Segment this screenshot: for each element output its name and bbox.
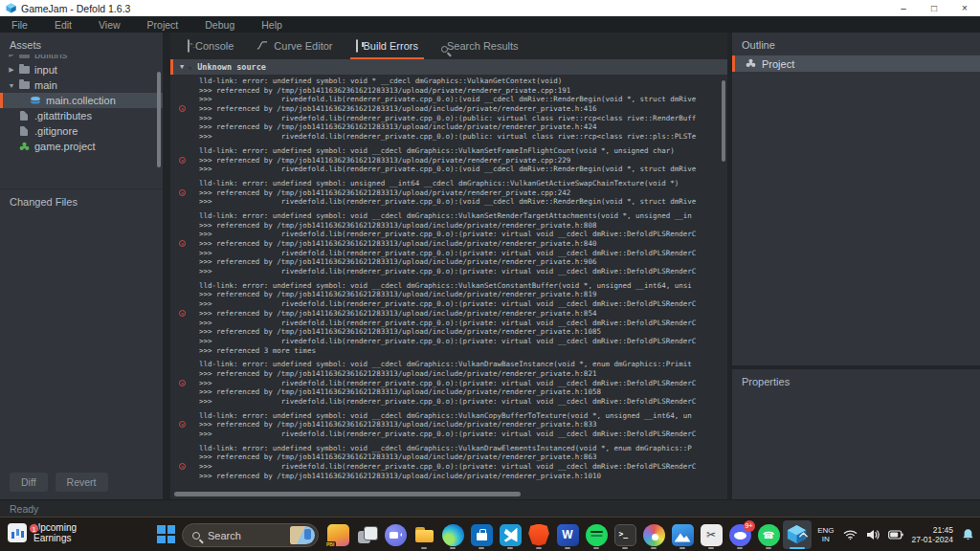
volume-icon[interactable] bbox=[866, 529, 880, 540]
taskbar-widgets-button[interactable]: 1 Upcoming Earnings bbox=[8, 522, 77, 543]
notification-bell-icon[interactable] bbox=[962, 528, 974, 541]
taskbar-icon-spotify[interactable] bbox=[582, 520, 611, 549]
error-line[interactable]: >>> rivedefold.lib(renderer_private.cpp_… bbox=[170, 397, 727, 407]
taskbar-icon-vscode[interactable] bbox=[496, 520, 524, 549]
wifi-icon[interactable] bbox=[843, 529, 858, 540]
tab-search-results[interactable]: Search Results bbox=[432, 33, 528, 59]
battery-icon[interactable] bbox=[888, 530, 903, 540]
error-line-text: >>> referenced by /tmp/job14116362361621… bbox=[199, 452, 596, 461]
error-line[interactable]: >>> rivedefold.lib(renderer_private.cpp_… bbox=[170, 197, 727, 207]
taskbar-icon-paint[interactable] bbox=[639, 520, 668, 549]
assets-scrollbar[interactable] bbox=[157, 72, 161, 167]
revert-button[interactable]: Revert bbox=[56, 473, 108, 492]
error-line[interactable]: >>> rivedefold.lib(renderer_private.cpp_… bbox=[170, 299, 727, 309]
error-line[interactable]: >>> referenced by /tmp/job14116362361621… bbox=[170, 387, 727, 397]
tree-item-main-collection[interactable]: main.collection bbox=[0, 93, 163, 108]
collapse-triangle-icon[interactable]: ▼ bbox=[180, 63, 184, 71]
error-line[interactable]: lld-link: error: undefined symbol: void … bbox=[170, 444, 727, 453]
error-line[interactable]: ×>>> referenced by /tmp/job1411636236162… bbox=[170, 188, 727, 198]
error-line[interactable]: >>> referenced by /tmp/job14116362361621… bbox=[170, 472, 727, 481]
taskbar-icon-discord[interactable]: 9+ bbox=[725, 520, 754, 549]
error-line[interactable]: >>> referenced by /tmp/job14116362361621… bbox=[170, 327, 727, 337]
error-line[interactable]: >>> referenced by /tmp/job14116362361621… bbox=[170, 369, 727, 379]
restore-button[interactable]: □ bbox=[919, 0, 949, 16]
taskbar-icon-word[interactable] bbox=[553, 520, 582, 549]
error-line[interactable]: >>> rivedefold.lib(renderer_private.cpp_… bbox=[170, 230, 727, 239]
errors-horizontal-scrollbar[interactable] bbox=[174, 492, 521, 496]
taskbar-icon-task-view[interactable] bbox=[352, 520, 381, 549]
error-line[interactable]: lld-link: error: undefined symbol: void … bbox=[170, 211, 727, 221]
search-daily-image[interactable] bbox=[290, 526, 315, 544]
taskbar-icon-photos[interactable] bbox=[668, 520, 697, 549]
close-button[interactable]: × bbox=[949, 0, 980, 16]
error-line[interactable]: ×>>> referenced by /tmp/job1411636236162… bbox=[170, 104, 727, 114]
error-line[interactable]: lld-link: error: undefined symbol: void … bbox=[170, 146, 727, 156]
minimize-button[interactable]: – bbox=[888, 0, 919, 16]
tab-curve-editor[interactable]: Curve Editor bbox=[247, 33, 342, 59]
taskbar-icon-microsoft-store[interactable] bbox=[467, 520, 496, 549]
error-line[interactable]: >>> rivedefold.lib(renderer_private.cpp_… bbox=[170, 319, 727, 328]
error-line[interactable]: ×>>> rivedefold.lib(renderer_private.cpp… bbox=[170, 462, 727, 472]
tree-item-builtins[interactable]: ▶builtins bbox=[0, 55, 163, 62]
taskbar-icon-file-explorer[interactable] bbox=[410, 520, 438, 549]
error-line[interactable]: >>> referenced by /tmp/job14116362361621… bbox=[170, 221, 727, 231]
tree-item-main[interactable]: ▼main bbox=[0, 77, 163, 93]
error-line[interactable]: >>> rivedefold.lib(renderer_private.cpp_… bbox=[170, 430, 727, 439]
error-line[interactable]: lld-link: error: undefined symbol: void … bbox=[170, 360, 727, 369]
outline-item-project[interactable]: Project bbox=[732, 55, 980, 72]
menu-item-edit[interactable]: Edit bbox=[55, 19, 72, 31]
menu-item-help[interactable]: Help bbox=[261, 19, 282, 31]
taskbar-icon-whatsapp[interactable] bbox=[754, 520, 783, 549]
error-line[interactable]: >>> rivedefold.lib(renderer_private.cpp_… bbox=[170, 165, 727, 174]
error-line[interactable]: >>> rivedefold.lib(renderer_private.cpp_… bbox=[170, 267, 727, 276]
taskbar-icon-edge[interactable] bbox=[438, 520, 467, 549]
menu-item-file[interactable]: File bbox=[11, 19, 28, 31]
error-line[interactable]: >>> referenced 3 more times bbox=[170, 346, 727, 356]
expander-collapsed-icon[interactable]: ▶ bbox=[6, 66, 17, 74]
error-line[interactable]: >>> referenced by /tmp/job14116362361621… bbox=[170, 122, 727, 132]
start-button[interactable] bbox=[157, 525, 175, 543]
tree-item-input[interactable]: ▶input bbox=[0, 62, 163, 77]
tab-build-errors[interactable]: Build Errors bbox=[346, 33, 428, 59]
error-line[interactable]: >>> referenced by /tmp/job14116362361621… bbox=[170, 290, 727, 299]
error-line[interactable]: ×>>> referenced by /tmp/job1411636236162… bbox=[170, 156, 727, 165]
expander-collapsed-icon[interactable]: ▶ bbox=[6, 55, 17, 58]
error-line[interactable]: >>> rivedefold.lib(renderer_private.cpp_… bbox=[170, 249, 727, 258]
error-line[interactable]: >>> rivedefold.lib(renderer_private.cpp_… bbox=[170, 337, 727, 346]
taskbar-icon-brave[interactable] bbox=[524, 520, 553, 549]
expander-expanded-icon[interactable]: ▼ bbox=[6, 82, 17, 89]
error-line[interactable]: >>> referenced by /tmp/job14116362361621… bbox=[170, 257, 727, 267]
taskbar-icon-terminal[interactable] bbox=[611, 520, 639, 549]
error-line[interactable]: lld-link: error: undefined symbol: void … bbox=[170, 77, 727, 86]
tab-console[interactable]: Console bbox=[178, 33, 243, 59]
taskbar-icon-teams-chat[interactable] bbox=[381, 520, 410, 549]
tray-chevron-up-icon[interactable] bbox=[798, 531, 809, 539]
diff-button[interactable]: Diff bbox=[10, 473, 48, 492]
taskbar-icon-snipping-tool[interactable] bbox=[697, 520, 725, 549]
taskbar-search-box[interactable]: Search bbox=[182, 523, 319, 547]
error-line[interactable]: ×>>> referenced by /tmp/job1411636236162… bbox=[170, 239, 727, 249]
error-line[interactable]: >>> referenced by /tmp/job14116362361621… bbox=[170, 452, 727, 462]
error-line[interactable]: ×>>> referenced by /tmp/job1411636236162… bbox=[170, 420, 727, 430]
menu-item-project[interactable]: Project bbox=[147, 19, 179, 31]
error-line[interactable]: ×>>> referenced by /tmp/job1411636236162… bbox=[170, 309, 727, 319]
error-source-header[interactable]: ▼ Unknown source bbox=[170, 59, 727, 75]
tray-language-indicator[interactable]: ENG IN bbox=[817, 526, 834, 543]
running-indicator bbox=[622, 547, 628, 550]
error-line[interactable]: >>> rivedefold.lib(renderer_private.cpp_… bbox=[170, 95, 727, 104]
error-line[interactable]: >>> rivedefold.lib(renderer_private.cpp_… bbox=[170, 132, 727, 142]
menu-item-view[interactable]: View bbox=[99, 19, 121, 31]
error-line[interactable]: lld-link: error: undefined symbol: void … bbox=[170, 411, 727, 421]
tray-clock[interactable]: 21:45 27-01-2024 bbox=[912, 525, 953, 544]
error-line[interactable]: ×>>> rivedefold.lib(renderer_private.cpp… bbox=[170, 379, 727, 388]
error-line[interactable]: lld-link: error: undefined symbol: unsig… bbox=[170, 179, 727, 188]
tree-item-game-project[interactable]: game.project bbox=[0, 139, 163, 154]
errors-vertical-scrollbar[interactable] bbox=[722, 80, 725, 162]
error-line[interactable]: >>> referenced by /tmp/job14116362361621… bbox=[170, 86, 727, 96]
error-line[interactable]: lld-link: error: undefined symbol: void … bbox=[170, 281, 727, 291]
tree-item-gitattributes[interactable]: .gitattributes bbox=[0, 108, 163, 123]
taskbar-icon-powerbi[interactable]: PBI bbox=[323, 520, 352, 549]
tree-item-gitignore[interactable]: .gitignore bbox=[0, 123, 163, 139]
menu-item-debug[interactable]: Debug bbox=[205, 19, 234, 31]
error-line[interactable]: >>> rivedefold.lib(renderer_private.cpp_… bbox=[170, 114, 727, 123]
